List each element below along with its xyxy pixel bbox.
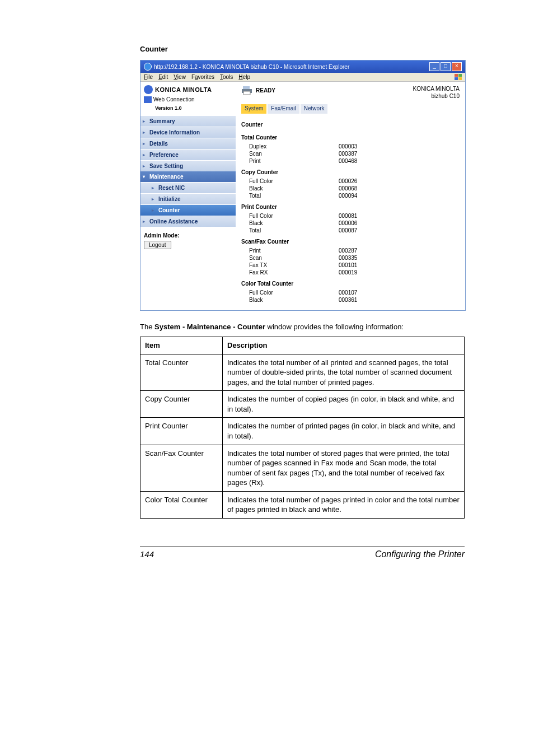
sidebar-item-reset-nic[interactable]: Reset NIC — [140, 182, 236, 193]
counter-row-label: Black — [249, 220, 339, 226]
sidebar-item-online-assistance[interactable]: Online Assistance — [140, 216, 236, 227]
counter-group-title: Copy Counter — [241, 165, 460, 178]
counter-listing: Counter Total CounterDuplex000003Scan000… — [241, 119, 460, 304]
counter-row-label: Full Color — [249, 178, 339, 184]
content-tabs: System Fax/Email Network — [241, 104, 460, 114]
counter-row-value: 000026 — [339, 178, 357, 184]
counter-row-value: 000094 — [339, 193, 357, 199]
printer-icon — [241, 85, 252, 95]
windows-logo-icon — [454, 73, 463, 81]
counter-group-title: Color Total Counter — [241, 276, 460, 289]
counter-row-label: Total — [249, 193, 339, 199]
sidebar-item-summary[interactable]: Summary — [140, 115, 236, 127]
table-row: Color Total CounterIndicates the total n… — [140, 491, 465, 518]
counter-row-value: 000387 — [339, 151, 357, 157]
counter-row-label: Print — [249, 158, 339, 164]
sidebar-item-details[interactable]: Details — [140, 138, 236, 149]
device-name: KONICA MINOLTA bizhub C10 — [413, 85, 460, 100]
brand-name: KONICA MINOLTA — [155, 86, 212, 93]
counter-row-value: 000019 — [339, 269, 357, 276]
table-row: Print CounterIndicates the number of pri… — [140, 418, 465, 445]
section-title: Counter — [140, 45, 467, 53]
counter-row: Total000087 — [241, 227, 460, 234]
logout-button[interactable]: Logout — [144, 241, 171, 249]
svg-rect-6 — [243, 91, 250, 95]
counter-row: Scan000335 — [241, 254, 460, 262]
status-text: READY — [256, 87, 275, 94]
counter-row-value: 000287 — [339, 248, 357, 254]
table-row: Copy CounterIndicates the number of copi… — [140, 391, 465, 418]
counter-row-label: Full Color — [249, 213, 339, 219]
counter-row-label: Full Color — [249, 290, 339, 296]
table-cell-item: Scan/Fax Counter — [140, 445, 223, 491]
content-area: READY KONICA MINOLTA bizhub C10 System F… — [236, 82, 465, 310]
version-label: Version 1.0 — [140, 104, 236, 115]
counter-row-label: Duplex — [249, 143, 339, 150]
table-row: Total CounterIndicates the total number … — [140, 354, 465, 391]
menu-view[interactable]: View — [174, 74, 186, 80]
footer-title: Configuring the Printer — [375, 549, 465, 559]
table-cell-description: Indicates the total number of pages prin… — [223, 491, 465, 518]
counter-row-value: 000335 — [339, 255, 357, 261]
minimize-button[interactable]: _ — [429, 62, 439, 71]
counter-row: Black000006 — [241, 220, 460, 227]
table-cell-description: Indicates the number of printed pages (i… — [223, 418, 465, 445]
page-footer: 144 Configuring the Printer — [140, 547, 465, 559]
table-cell-description: Indicates the total number of stored pag… — [223, 445, 465, 491]
menu-tools[interactable]: Tools — [220, 74, 233, 80]
maximize-button[interactable]: □ — [441, 62, 451, 71]
counter-row-value: 000107 — [339, 290, 357, 296]
sidebar-item-counter[interactable]: Counter — [140, 204, 236, 216]
counter-row-value: 000087 — [339, 227, 357, 234]
svg-rect-4 — [243, 86, 250, 89]
pagescope-label: Web Connection — [153, 96, 195, 102]
svg-rect-3 — [458, 77, 462, 80]
tab-network[interactable]: Network — [301, 104, 328, 114]
sidebar-item-device-info[interactable]: Device Information — [140, 127, 236, 138]
counter-row-value: 000468 — [339, 158, 357, 164]
sidebar-group-maintenance[interactable]: Maintenance — [140, 171, 236, 182]
counter-row-label: Black — [249, 297, 339, 303]
table-cell-item: Total Counter — [140, 354, 223, 391]
tab-fax-email[interactable]: Fax/Email — [268, 104, 299, 114]
admin-mode-label: Admin Mode: — [144, 232, 232, 239]
sidebar-item-initialize[interactable]: Initialize — [140, 193, 236, 204]
browser-menubar: File Edit View Favorites Tools Help — [140, 73, 465, 82]
counter-row: Scan000387 — [241, 150, 460, 157]
table-cell-description: Indicates the total number of all printe… — [223, 354, 465, 391]
svg-rect-0 — [455, 74, 458, 77]
sidebar-item-save-setting[interactable]: Save Setting — [140, 160, 236, 171]
counter-row-label: Black — [249, 185, 339, 192]
sidebar-item-preference[interactable]: Preference — [140, 149, 236, 160]
page-number: 144 — [140, 549, 154, 559]
counter-row: Black000361 — [241, 296, 460, 304]
counter-row: Full Color000026 — [241, 178, 460, 185]
brand-logo-icon — [144, 85, 153, 94]
counter-group-title: Total Counter — [241, 130, 460, 143]
menu-favorites[interactable]: Favorites — [191, 74, 214, 80]
counter-row: Full Color000107 — [241, 289, 460, 296]
counter-row: Duplex000003 — [241, 143, 460, 150]
counter-row-value: 000068 — [339, 185, 357, 192]
ie-icon — [144, 63, 152, 71]
counter-row: Fax RX000019 — [241, 269, 460, 276]
window-title: http://192.168.1.2 - KONICA MINOLTA bizh… — [154, 64, 349, 70]
tab-system[interactable]: System — [241, 104, 266, 114]
counter-row-label: Print — [249, 248, 339, 254]
counter-row-value: 000361 — [339, 297, 357, 303]
counter-row: Full Color000081 — [241, 212, 460, 220]
window-titlebar: http://192.168.1.2 - KONICA MINOLTA bizh… — [140, 60, 465, 73]
svg-rect-1 — [458, 74, 462, 77]
menu-file[interactable]: File — [144, 74, 153, 80]
counter-row-value: 000006 — [339, 220, 357, 226]
table-header-description: Description — [223, 337, 465, 354]
counter-row-label: Fax TX — [249, 262, 339, 268]
caption-text: The System - Maintenance - Counter windo… — [140, 322, 467, 332]
counter-group-title: Scan/Fax Counter — [241, 234, 460, 247]
menu-edit[interactable]: Edit — [158, 74, 168, 80]
table-cell-description: Indicates the number of copied pages (in… — [223, 391, 465, 418]
table-cell-item: Copy Counter — [140, 391, 223, 418]
counter-row: Print000468 — [241, 157, 460, 165]
menu-help[interactable]: Help — [238, 74, 250, 80]
close-button[interactable]: × — [452, 62, 462, 71]
